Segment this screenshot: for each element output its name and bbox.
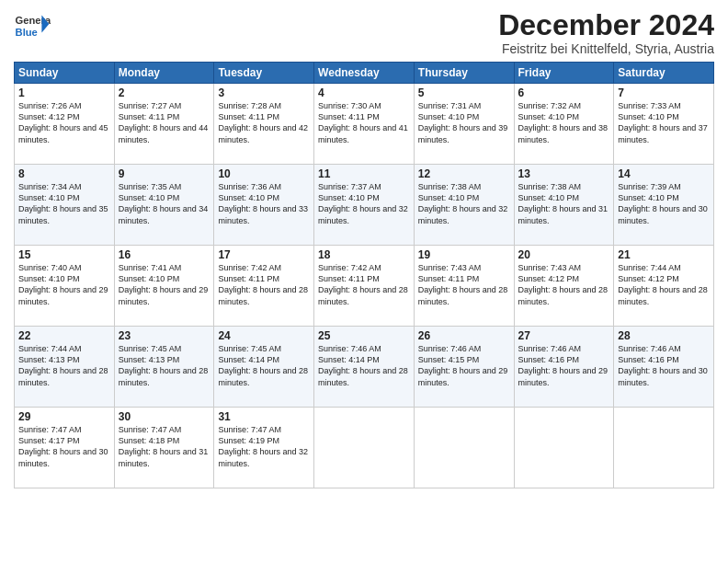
cell-info: Sunrise: 7:32 AMSunset: 4:10 PMDaylight:… [518, 100, 610, 145]
day-number: 25 [318, 329, 410, 342]
calendar-cell: 11Sunrise: 7:37 AMSunset: 4:10 PMDayligh… [314, 165, 415, 246]
calendar-cell: 31Sunrise: 7:47 AMSunset: 4:19 PMDayligh… [214, 408, 314, 488]
calendar-cell: 12Sunrise: 7:38 AMSunset: 4:10 PMDayligh… [414, 165, 514, 246]
calendar-cell: 14Sunrise: 7:39 AMSunset: 4:10 PMDayligh… [614, 165, 714, 246]
calendar-cell: 20Sunrise: 7:43 AMSunset: 4:12 PMDayligh… [514, 246, 614, 327]
cell-info: Sunrise: 7:26 AMSunset: 4:12 PMDaylight:… [18, 100, 110, 145]
day-number: 4 [318, 86, 410, 99]
day-number: 29 [18, 410, 110, 423]
cell-info: Sunrise: 7:47 AMSunset: 4:17 PMDaylight:… [18, 424, 110, 469]
day-number: 17 [218, 248, 310, 261]
calendar-cell: 7Sunrise: 7:33 AMSunset: 4:10 PMDaylight… [614, 84, 714, 165]
week-row-4: 22Sunrise: 7:44 AMSunset: 4:13 PMDayligh… [15, 327, 714, 408]
calendar-cell: 8Sunrise: 7:34 AMSunset: 4:10 PMDaylight… [15, 165, 115, 246]
cell-info: Sunrise: 7:41 AMSunset: 4:10 PMDaylight:… [119, 262, 210, 307]
cell-info: Sunrise: 7:45 AMSunset: 4:13 PMDaylight:… [119, 343, 210, 388]
day-number: 30 [119, 410, 210, 423]
calendar-cell: 29Sunrise: 7:47 AMSunset: 4:17 PMDayligh… [15, 408, 115, 488]
calendar-cell: 25Sunrise: 7:46 AMSunset: 4:14 PMDayligh… [314, 327, 415, 408]
col-header-monday: Monday [114, 63, 214, 84]
calendar-cell: 1Sunrise: 7:26 AMSunset: 4:12 PMDaylight… [15, 84, 115, 165]
calendar-cell: 28Sunrise: 7:46 AMSunset: 4:16 PMDayligh… [614, 327, 714, 408]
calendar-cell: 16Sunrise: 7:41 AMSunset: 4:10 PMDayligh… [114, 246, 214, 327]
logo-icon: General Blue [14, 9, 51, 42]
cell-info: Sunrise: 7:44 AMSunset: 4:12 PMDaylight:… [618, 262, 710, 307]
cell-info: Sunrise: 7:46 AMSunset: 4:15 PMDaylight:… [418, 343, 510, 388]
cell-info: Sunrise: 7:42 AMSunset: 4:11 PMDaylight:… [318, 262, 410, 307]
cell-info: Sunrise: 7:47 AMSunset: 4:19 PMDaylight:… [218, 424, 310, 469]
calendar-cell: 15Sunrise: 7:40 AMSunset: 4:10 PMDayligh… [15, 246, 115, 327]
day-number: 9 [119, 167, 210, 180]
calendar-cell: 23Sunrise: 7:45 AMSunset: 4:13 PMDayligh… [114, 327, 214, 408]
cell-info: Sunrise: 7:47 AMSunset: 4:18 PMDaylight:… [119, 424, 210, 469]
day-number: 31 [218, 410, 310, 423]
col-header-sunday: Sunday [15, 63, 115, 84]
col-header-saturday: Saturday [614, 63, 714, 84]
calendar-cell: 9Sunrise: 7:35 AMSunset: 4:10 PMDaylight… [114, 165, 214, 246]
cell-info: Sunrise: 7:46 AMSunset: 4:16 PMDaylight:… [518, 343, 610, 388]
cell-info: Sunrise: 7:42 AMSunset: 4:11 PMDaylight:… [218, 262, 310, 307]
calendar-cell: 18Sunrise: 7:42 AMSunset: 4:11 PMDayligh… [314, 246, 415, 327]
cell-info: Sunrise: 7:46 AMSunset: 4:14 PMDaylight:… [318, 343, 410, 388]
day-number: 1 [18, 86, 110, 99]
col-header-wednesday: Wednesday [314, 63, 415, 84]
calendar: SundayMondayTuesdayWednesdayThursdayFrid… [14, 62, 714, 488]
calendar-cell: 5Sunrise: 7:31 AMSunset: 4:10 PMDaylight… [414, 84, 514, 165]
day-number: 14 [618, 167, 710, 180]
calendar-cell: 6Sunrise: 7:32 AMSunset: 4:10 PMDaylight… [514, 84, 614, 165]
day-number: 21 [618, 248, 710, 261]
cell-info: Sunrise: 7:30 AMSunset: 4:11 PMDaylight:… [318, 100, 410, 145]
cell-info: Sunrise: 7:38 AMSunset: 4:10 PMDaylight:… [418, 181, 510, 226]
cell-info: Sunrise: 7:36 AMSunset: 4:10 PMDaylight:… [218, 181, 310, 226]
day-number: 6 [518, 86, 610, 99]
calendar-cell: 4Sunrise: 7:30 AMSunset: 4:11 PMDaylight… [314, 84, 415, 165]
calendar-cell: 24Sunrise: 7:45 AMSunset: 4:14 PMDayligh… [214, 327, 314, 408]
cell-info: Sunrise: 7:28 AMSunset: 4:11 PMDaylight:… [218, 100, 310, 145]
calendar-header-row: SundayMondayTuesdayWednesdayThursdayFrid… [15, 63, 714, 84]
header: General Blue December 2024 Feistritz bei… [14, 9, 714, 56]
cell-info: Sunrise: 7:37 AMSunset: 4:10 PMDaylight:… [318, 181, 410, 226]
day-number: 20 [518, 248, 610, 261]
cell-info: Sunrise: 7:39 AMSunset: 4:10 PMDaylight:… [618, 181, 710, 226]
svg-text:Blue: Blue [16, 27, 38, 38]
col-header-tuesday: Tuesday [214, 63, 314, 84]
day-number: 7 [618, 86, 710, 99]
week-row-2: 8Sunrise: 7:34 AMSunset: 4:10 PMDaylight… [15, 165, 714, 246]
day-number: 3 [218, 86, 310, 99]
day-number: 27 [518, 329, 610, 342]
cell-info: Sunrise: 7:34 AMSunset: 4:10 PMDaylight:… [18, 181, 110, 226]
week-row-1: 1Sunrise: 7:26 AMSunset: 4:12 PMDaylight… [15, 84, 714, 165]
calendar-cell: 3Sunrise: 7:28 AMSunset: 4:11 PMDaylight… [214, 84, 314, 165]
calendar-cell [414, 408, 514, 488]
calendar-cell: 21Sunrise: 7:44 AMSunset: 4:12 PMDayligh… [614, 246, 714, 327]
day-number: 26 [418, 329, 510, 342]
calendar-cell: 17Sunrise: 7:42 AMSunset: 4:11 PMDayligh… [214, 246, 314, 327]
cell-info: Sunrise: 7:40 AMSunset: 4:10 PMDaylight:… [18, 262, 110, 307]
cell-info: Sunrise: 7:44 AMSunset: 4:13 PMDaylight:… [18, 343, 110, 388]
logo: General Blue [14, 9, 51, 42]
title-block: December 2024 Feistritz bei Knittelfeld,… [498, 9, 714, 56]
calendar-cell [614, 408, 714, 488]
day-number: 24 [218, 329, 310, 342]
cell-info: Sunrise: 7:43 AMSunset: 4:12 PMDaylight:… [518, 262, 610, 307]
cell-info: Sunrise: 7:27 AMSunset: 4:11 PMDaylight:… [119, 100, 210, 145]
day-number: 23 [119, 329, 210, 342]
week-row-3: 15Sunrise: 7:40 AMSunset: 4:10 PMDayligh… [15, 246, 714, 327]
calendar-cell: 13Sunrise: 7:38 AMSunset: 4:10 PMDayligh… [514, 165, 614, 246]
calendar-cell: 26Sunrise: 7:46 AMSunset: 4:15 PMDayligh… [414, 327, 514, 408]
col-header-friday: Friday [514, 63, 614, 84]
week-row-5: 29Sunrise: 7:47 AMSunset: 4:17 PMDayligh… [15, 408, 714, 488]
calendar-cell: 2Sunrise: 7:27 AMSunset: 4:11 PMDaylight… [114, 84, 214, 165]
calendar-cell: 22Sunrise: 7:44 AMSunset: 4:13 PMDayligh… [15, 327, 115, 408]
day-number: 16 [119, 248, 210, 261]
col-header-thursday: Thursday [414, 63, 514, 84]
day-number: 10 [218, 167, 310, 180]
day-number: 15 [18, 248, 110, 261]
page: General Blue December 2024 Feistritz bei… [0, 0, 728, 563]
day-number: 18 [318, 248, 410, 261]
cell-info: Sunrise: 7:45 AMSunset: 4:14 PMDaylight:… [218, 343, 310, 388]
location: Feistritz bei Knittelfeld, Styria, Austr… [498, 41, 714, 56]
day-number: 12 [418, 167, 510, 180]
calendar-cell: 10Sunrise: 7:36 AMSunset: 4:10 PMDayligh… [214, 165, 314, 246]
cell-info: Sunrise: 7:35 AMSunset: 4:10 PMDaylight:… [119, 181, 210, 226]
